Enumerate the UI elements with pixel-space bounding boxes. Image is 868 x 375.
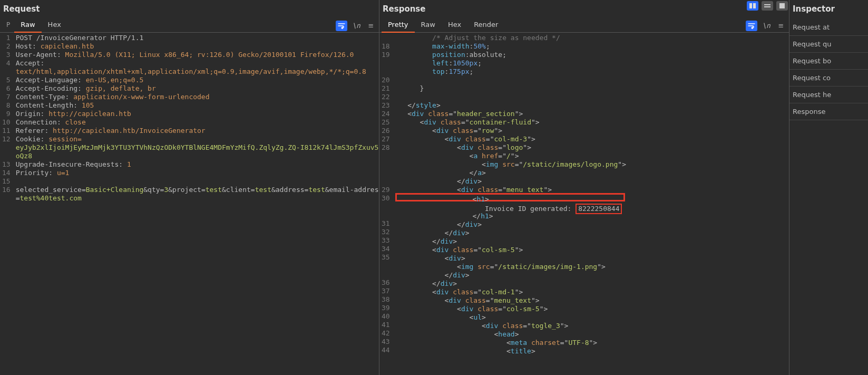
inspector-item[interactable]: Request at (789, 19, 868, 36)
editor-menu-button-response[interactable]: ≡ (775, 21, 787, 31)
inspector-item[interactable]: Request bo (789, 53, 868, 70)
inspector-item[interactable]: Response (789, 103, 868, 120)
response-tabs: Pretty Raw Hex Render \n ≡ (379, 19, 789, 33)
wrap-toggle-button[interactable] (336, 21, 347, 31)
inspector-item[interactable]: Request he (789, 86, 868, 103)
inspector-item[interactable]: Request qu (789, 36, 868, 53)
editor-menu-button[interactable]: ≡ (365, 21, 377, 31)
request-panel: Request P Raw Hex \n ≡ 12345678910111213… (0, 0, 379, 375)
tab-response-pretty[interactable]: Pretty (382, 18, 415, 33)
wrap-toggle-button-response[interactable] (746, 21, 757, 31)
newline-toggle-button-response[interactable]: \n (760, 21, 772, 31)
response-editor[interactable]: 1819202122232425262728293031323334353637… (379, 33, 789, 375)
response-title: Response (379, 0, 789, 19)
tab-request-hex[interactable]: Hex (42, 18, 67, 33)
layout-rows-button[interactable] (762, 1, 773, 11)
highlighted-invoice-id: 8222250844 (576, 204, 622, 214)
request-editor[interactable]: 12345678910111213141516 POST /InvoiceGen… (0, 33, 379, 375)
highlighted-invoice-block: <h1> Invoice ID generated: 8222250844 </… (395, 193, 626, 201)
layout-single-button[interactable] (776, 1, 788, 11)
inspector-title: Inspector (789, 0, 868, 19)
tab-request-raw[interactable]: Raw (14, 18, 41, 33)
inspector-item[interactable]: Request co (789, 70, 868, 86)
inspector-panel: Inspector Request atRequest quRequest bo… (789, 0, 868, 375)
newline-toggle-button[interactable]: \n (350, 21, 362, 31)
response-panel: Response Pretty Raw Hex Render \n ≡ 1819… (379, 0, 789, 375)
tab-response-raw[interactable]: Raw (415, 18, 442, 33)
tab-request-p[interactable]: P (2, 19, 14, 33)
request-title: Request (0, 0, 379, 19)
layout-buttons (747, 1, 788, 11)
request-tabs: P Raw Hex \n ≡ (0, 19, 379, 33)
layout-columns-button[interactable] (747, 1, 758, 11)
tab-response-render[interactable]: Render (467, 18, 504, 33)
tab-response-hex[interactable]: Hex (442, 18, 467, 33)
